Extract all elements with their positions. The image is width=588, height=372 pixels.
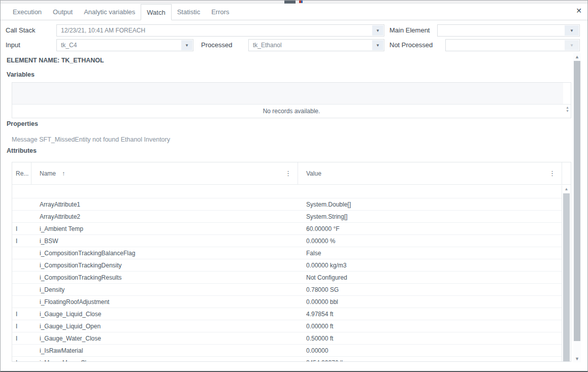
close-icon[interactable]: ✕ — [576, 7, 582, 14]
cell-value: 60.00000 °F — [298, 223, 562, 234]
scroll-up-icon[interactable]: ▲ — [562, 185, 571, 193]
column-header-value-label: Value — [306, 170, 321, 177]
cell-value: 0.00000 bbl — [298, 296, 562, 308]
table-row[interactable]: I i_BSW 0.00000 % — [12, 235, 562, 247]
chevron-down-icon: ▼ — [565, 40, 579, 50]
table-row[interactable]: I i_Gauge_Liquid_Open 0.00000 ft — [12, 320, 562, 332]
cell-name: i_Mass_Meas_Close — [31, 357, 298, 362]
table-row[interactable]: i_FloatingRoofAdjustment 0.00000 bbl — [12, 296, 562, 308]
cell-value: 0.50000 ft — [298, 332, 562, 344]
column-menu-icon[interactable]: ⋮ — [285, 170, 291, 177]
cell-name: ArrayAttribute1 — [31, 198, 298, 210]
cell-name: i_FloatingRoofAdjustment — [31, 296, 298, 308]
table-row[interactable]: i_IsRawMaterial 0.00000 — [12, 345, 562, 357]
column-header-ref[interactable]: Re... — [12, 162, 31, 184]
variables-table: No records available. ▲ ▼ — [12, 82, 571, 118]
cell-ref: I — [12, 320, 31, 332]
column-menu-icon[interactable]: ⋮ — [549, 170, 556, 177]
scroll-down-icon[interactable]: ▼ — [566, 109, 569, 113]
element-name-title: ELEMENT NAME: TK_ETHANOL — [7, 57, 104, 64]
attributes-table-header: Re... Name ↑ ⋮ Value ⋮ — [12, 162, 571, 185]
cell-ref — [12, 247, 31, 259]
column-header-name-label: Name — [40, 170, 56, 177]
processed-select[interactable]: tk_Ethanol ▼ — [248, 39, 384, 51]
cell-ref — [12, 296, 31, 308]
cell-ref — [12, 211, 31, 222]
table-row[interactable]: i_Density 0.78000 SG — [12, 284, 562, 296]
cell-name: i_Gauge_Liquid_Open — [31, 320, 298, 332]
tab-bar: Execution Output Analytic variables Watc… — [1, 4, 587, 20]
cell-name: i_CompositionTrackingResults — [31, 272, 298, 283]
panel-scrollbar-thumb[interactable] — [574, 61, 580, 341]
tab-output[interactable]: Output — [47, 4, 78, 20]
cell-name: i_CompositionTrackingDensity — [31, 259, 298, 271]
cell-name: i_Gauge_Liquid_Close — [31, 308, 298, 320]
tab-watch[interactable]: Watch — [141, 4, 171, 20]
tab-statistic[interactable]: Statistic — [172, 4, 206, 20]
cell-value: Not Configured — [298, 272, 562, 283]
cell-value: 0.00000 kg/m3 — [298, 259, 562, 271]
column-header-value[interactable]: Value ⋮ — [298, 162, 562, 184]
watch-panel-window: Execution Output Analytic variables Watc… — [0, 0, 588, 372]
not-processed-select[interactable]: ▼ — [445, 39, 580, 51]
cell-value: 4.97854 ft — [298, 308, 562, 320]
cell-name: ArrayAttribute2 — [31, 211, 298, 222]
header-scroll-pad — [562, 162, 571, 184]
cell-ref — [12, 198, 31, 210]
table-row[interactable]: I i_Gauge_Liquid_Close 4.97854 ft — [12, 308, 562, 320]
call-stack-value: 12/23/21, 10:41 AM FOREACH — [61, 25, 145, 36]
table-row[interactable]: I i_Ambient Temp 60.00000 °F — [12, 223, 562, 235]
cell-value: False — [298, 247, 562, 259]
cell-ref — [12, 284, 31, 295]
chevron-down-icon[interactable]: ▼ — [372, 40, 383, 50]
call-stack-select[interactable]: 12/23/21, 10:41 AM FOREACH ▼ — [56, 24, 384, 37]
tab-analytic-variables[interactable]: Analytic variables — [78, 4, 141, 20]
sort-ascending-icon[interactable]: ↑ — [62, 170, 65, 177]
chevron-down-icon[interactable]: ▼ — [372, 25, 383, 36]
table-row[interactable]: i_CompositionTrackingDensity 0.00000 kg/… — [12, 259, 562, 272]
panel-scrollbar[interactable]: ▲ ▼ — [573, 53, 581, 362]
table-row[interactable]: i_CompositionTrackingBalanceFlag False — [12, 247, 562, 259]
variables-scroll-corner — [563, 83, 571, 104]
attributes-scrollbar[interactable]: ▲ — [562, 185, 571, 361]
chevron-down-icon[interactable]: ▼ — [181, 40, 192, 50]
cell-name: i_IsRawMaterial — [31, 345, 298, 356]
background-window-fragment — [284, 1, 296, 4]
cell-name: i_Gauge_Water_Close — [31, 332, 298, 344]
cell-value: System.String[] — [298, 211, 562, 222]
chevron-down-icon[interactable]: ▼ — [565, 25, 579, 36]
cell-value: 3454.39376 lb — [298, 357, 562, 362]
not-processed-label: Not Processed — [389, 39, 433, 51]
attributes-heading: Attributes — [7, 147, 37, 154]
cell-ref — [12, 272, 31, 283]
table-row[interactable] — [12, 185, 562, 198]
tab-errors[interactable]: Errors — [206, 4, 235, 20]
table-row[interactable]: i_CompositionTrackingResults Not Configu… — [12, 272, 562, 284]
variables-empty-row: No records available. ▲ ▼ — [12, 105, 571, 118]
call-stack-label: Call Stack — [6, 24, 36, 37]
table-row[interactable]: I i_Mass_Meas_Close 3454.39376 lb — [12, 357, 562, 362]
table-row[interactable]: ArrayAttribute2 System.String[] — [12, 211, 562, 223]
table-row[interactable]: ArrayAttribute1 System.Double[] — [12, 198, 562, 211]
attributes-scrollbar-thumb[interactable] — [563, 193, 570, 361]
variables-scrollbar[interactable]: ▲ ▼ — [566, 106, 569, 113]
cell-ref: I — [12, 357, 31, 362]
scroll-down-icon[interactable]: ▼ — [573, 355, 581, 362]
main-element-select[interactable]: ▼ — [437, 24, 580, 37]
input-select[interactable]: tk_C4 ▼ — [56, 39, 193, 51]
cell-ref: I — [12, 223, 31, 234]
column-header-name[interactable]: Name ↑ ⋮ — [31, 162, 298, 184]
properties-heading: Properties — [7, 120, 38, 127]
cell-name: i_CompositionTrackingBalanceFlag — [31, 247, 298, 259]
cell-name — [31, 185, 298, 198]
attributes-table-body: ArrayAttribute1 System.Double[] ArrayAtt… — [12, 185, 562, 362]
scroll-up-icon[interactable]: ▲ — [573, 53, 581, 60]
window-top-edge — [1, 1, 587, 4]
table-row[interactable]: I i_Gauge_Water_Close 0.50000 ft — [12, 332, 562, 345]
tab-execution[interactable]: Execution — [7, 4, 47, 20]
input-value: tk_C4 — [61, 40, 77, 51]
variables-heading: Variables — [7, 71, 35, 78]
variables-empty-message: No records available. — [263, 108, 320, 115]
properties-message: Message SFT_MissedEntity not found Ethan… — [12, 136, 170, 143]
scroll-up-icon[interactable]: ▲ — [566, 106, 569, 109]
